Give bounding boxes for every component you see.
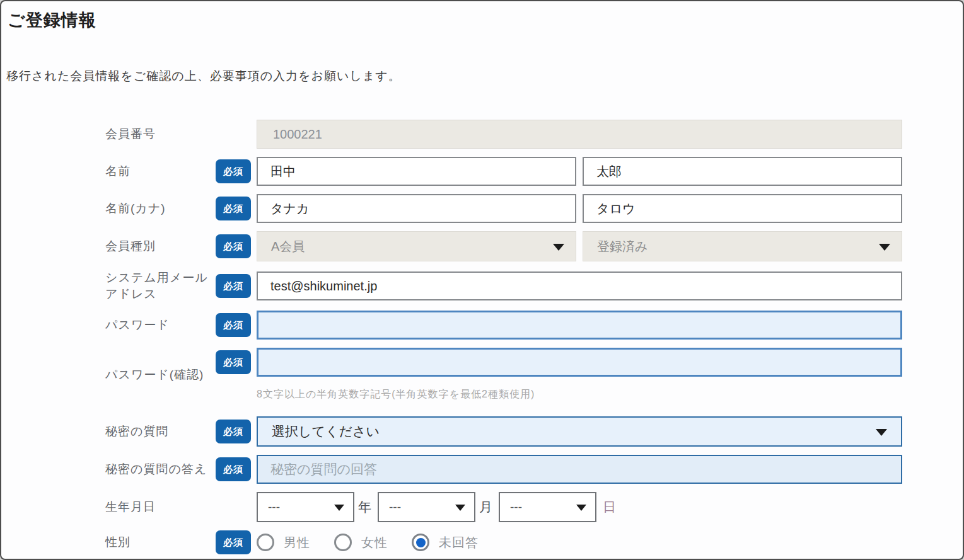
chevron-down-icon <box>879 244 890 251</box>
registration-form: 会員番号 名前 必須 名前(カナ) 必須 会員種別 <box>1 120 963 554</box>
required-badge: 必須 <box>216 350 251 374</box>
secret-question-row: 秘密の質問 必須 選択してください <box>1 416 963 447</box>
required-badge: 必須 <box>216 313 251 337</box>
required-badge: 必須 <box>216 274 251 298</box>
name-kana-label: 名前(カナ) <box>1 200 216 217</box>
member-number-row: 会員番号 <box>1 120 963 149</box>
email-field[interactable] <box>257 271 902 300</box>
gender-option-label: 男性 <box>284 534 310 551</box>
chevron-down-icon <box>576 505 586 511</box>
chevron-down-icon <box>876 429 887 436</box>
year-unit-label: 年 <box>358 498 371 516</box>
required-badge: 必須 <box>216 159 251 183</box>
page-title: ご登録情報 <box>1 1 963 31</box>
required-badge: 必須 <box>216 197 251 220</box>
chevron-down-icon <box>334 505 344 511</box>
gender-row: 性別 必須 男性 女性 未回答 <box>1 530 963 554</box>
required-badge: 必須 <box>216 530 251 554</box>
required-badge: 必須 <box>216 420 251 443</box>
required-badge: 必須 <box>216 457 251 481</box>
secret-question-value: 選択してください <box>272 423 380 440</box>
gender-label: 性別 <box>1 534 216 551</box>
member-type-select: A会員 <box>257 231 576 261</box>
password-confirm-field[interactable] <box>257 348 902 377</box>
password-label: パスワード <box>1 317 216 333</box>
gender-option-female[interactable]: 女性 <box>334 534 388 551</box>
birth-year-select[interactable]: --- <box>257 492 354 522</box>
chevron-down-icon <box>455 505 465 511</box>
password-confirm-row: パスワード(確認) 必須 8文字以上の半角英数字記号(半角英数字を最低2種類使用… <box>1 348 963 401</box>
password-confirm-label: パスワード(確認) <box>1 367 216 383</box>
first-name-field[interactable] <box>583 157 902 186</box>
password-field[interactable] <box>257 311 902 340</box>
radio-icon <box>257 534 274 551</box>
secret-answer-label: 秘密の質問の答え <box>1 461 216 477</box>
gender-option-label: 未回答 <box>439 534 479 551</box>
member-number-label: 会員番号 <box>1 126 216 142</box>
gender-option-male[interactable]: 男性 <box>257 534 310 551</box>
member-status-value: 登録済み <box>597 238 648 255</box>
email-row: システム用メールアドレス 必須 <box>1 270 963 302</box>
password-hint: 8文字以上の半角英数字記号(半角英数字を最低2種類使用) <box>257 388 902 401</box>
secret-question-label: 秘密の質問 <box>1 423 216 440</box>
day-unit-label: 日 <box>603 498 616 516</box>
birthdate-label: 生年月日 <box>1 499 216 515</box>
birth-month-select[interactable]: --- <box>378 492 475 522</box>
gender-radio-group: 男性 女性 未回答 <box>257 534 902 551</box>
name-row: 名前 必須 <box>1 157 963 186</box>
birth-year-value: --- <box>268 500 280 514</box>
name-label: 名前 <box>1 163 216 180</box>
registration-page: ご登録情報 移行された会員情報をご確認の上、必要事項の入力をお願いします。 会員… <box>0 0 964 560</box>
month-unit-label: 月 <box>479 498 492 516</box>
member-number-field <box>257 120 902 149</box>
radio-icon <box>412 534 429 551</box>
birth-day-select[interactable]: --- <box>499 492 596 522</box>
name-kana-row: 名前(カナ) 必須 <box>1 194 963 223</box>
chevron-down-icon <box>553 244 564 251</box>
member-type-row: 会員種別 必須 A会員 登録済み <box>1 231 963 261</box>
radio-icon <box>334 534 352 551</box>
member-type-label: 会員種別 <box>1 238 216 254</box>
secret-answer-field[interactable] <box>257 455 902 484</box>
secret-question-select[interactable]: 選択してください <box>257 416 902 447</box>
email-label: システム用メールアドレス <box>1 270 216 302</box>
member-type-value: A会員 <box>271 238 305 255</box>
member-status-select: 登録済み <box>583 231 902 261</box>
last-name-field[interactable] <box>257 157 576 186</box>
last-name-kana-field[interactable] <box>257 194 576 223</box>
birth-day-value: --- <box>510 500 522 514</box>
secret-answer-row: 秘密の質問の答え 必須 <box>1 455 963 484</box>
gender-option-unanswered[interactable]: 未回答 <box>412 534 479 551</box>
page-description: 移行された会員情報をご確認の上、必要事項の入力をお願いします。 <box>1 68 963 84</box>
password-row: パスワード 必須 <box>1 311 963 340</box>
first-name-kana-field[interactable] <box>583 194 902 223</box>
required-badge: 必須 <box>216 234 251 258</box>
birth-month-value: --- <box>389 500 401 514</box>
gender-option-label: 女性 <box>361 534 388 551</box>
birthdate-row: 生年月日 --- 年 --- 月 --- 日 <box>1 492 963 522</box>
